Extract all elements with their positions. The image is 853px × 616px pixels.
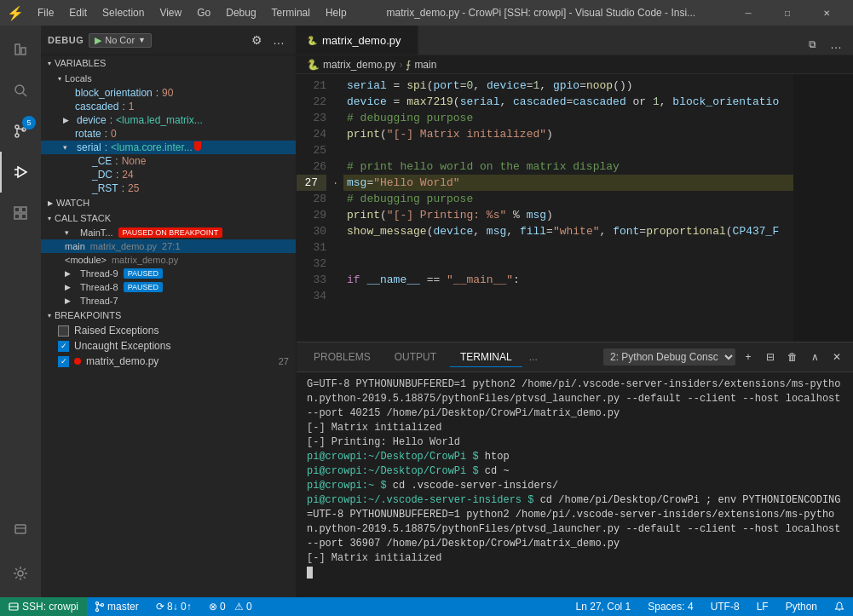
- bell-icon: [834, 602, 844, 612]
- language-status[interactable]: Python: [777, 597, 826, 616]
- sync-status[interactable]: ⟳ 8↓ 0↑: [147, 597, 200, 616]
- cs-thread-8[interactable]: ▶ Thread-8 PAUSED: [41, 280, 296, 294]
- tab-output[interactable]: OUTPUT: [384, 348, 447, 366]
- menu-edit[interactable]: Edit: [62, 5, 94, 20]
- menu-help[interactable]: Help: [319, 5, 354, 20]
- cs-main-thread[interactable]: ▾ MainT... PAUSED ON BREAKPOINT: [41, 226, 296, 239]
- activity-explorer[interactable]: [0, 29, 41, 70]
- variables-section: ▾ VARIABLES ▾ Locals block_orientation :…: [41, 55, 296, 195]
- new-terminal-btn[interactable]: +: [739, 348, 758, 366]
- watch-header[interactable]: ▶ WATCH: [41, 195, 296, 210]
- split-terminal-btn[interactable]: ⊟: [761, 348, 780, 366]
- bp-matrix-demo[interactable]: matrix_demo.py 27: [41, 354, 296, 369]
- sidebar: DEBUG ▶ No Cor ▼ ⚙ … ▾ VARIABLES ▾ Local…: [41, 26, 297, 597]
- minimize-button[interactable]: ─: [729, 0, 768, 26]
- menu-debug[interactable]: Debug: [219, 5, 262, 20]
- encoding-status[interactable]: UTF-8: [702, 597, 748, 616]
- breakpoints-section: ▾ BREAKPOINTS Raised Exceptions Uncaught…: [41, 308, 296, 369]
- tab-bar: 🐍 matrix_demo.py ⧉ …: [297, 26, 853, 55]
- var-dc[interactable]: _DC : 24: [41, 168, 296, 181]
- breadcrumb: 🐍 matrix_demo.py › ⨍ main: [297, 55, 853, 74]
- debug-session-select[interactable]: ▶ No Cor ▼: [89, 33, 152, 48]
- var-rst[interactable]: _RST : 25: [41, 181, 296, 195]
- svg-rect-15: [15, 525, 26, 533]
- svg-marker-8: [18, 167, 26, 177]
- uncaught-exceptions-checkbox[interactable]: [58, 341, 69, 352]
- app-icon: ⚡: [7, 5, 24, 21]
- terminal-session-select[interactable]: 2: Python Debug Consc: [603, 348, 735, 366]
- breakpoint-dot: [194, 141, 201, 148]
- device-expand[interactable]: ▶: [63, 116, 73, 124]
- cursor-position[interactable]: Ln 27, Col 1: [568, 597, 640, 616]
- bp-raised-exceptions[interactable]: Raised Exceptions: [41, 323, 296, 338]
- activity-remote[interactable]: [0, 509, 41, 550]
- close-panel-btn[interactable]: ✕: [827, 348, 846, 366]
- svg-point-5: [15, 134, 19, 137]
- tab-more-btn[interactable]: …: [826, 34, 846, 55]
- breadcrumb-file[interactable]: 🐍 matrix_demo.py: [307, 59, 395, 71]
- var-ce[interactable]: _CE : None: [41, 154, 296, 168]
- close-button[interactable]: ✕: [807, 0, 846, 26]
- kill-terminal-btn[interactable]: 🗑: [783, 348, 802, 366]
- activity-source-control[interactable]: 5: [0, 111, 41, 152]
- tab-matrix-demo[interactable]: 🐍 matrix_demo.py: [297, 26, 418, 55]
- indentation[interactable]: Spaces: 4: [639, 597, 701, 616]
- var-rotate[interactable]: rotate : 0: [41, 127, 296, 141]
- raised-exceptions-checkbox[interactable]: [58, 325, 69, 337]
- code-line-32: [343, 256, 793, 272]
- locals-header[interactable]: ▾ Locals: [41, 71, 296, 86]
- panel-actions: 2: Python Debug Consc + ⊟ 🗑 ∧ ✕: [603, 348, 846, 366]
- debug-settings-btn[interactable]: ⚙: [246, 30, 267, 50]
- menu-go[interactable]: Go: [190, 5, 217, 20]
- menu-selection[interactable]: Selection: [95, 5, 151, 20]
- thread8-paused-badge: PAUSED: [124, 282, 163, 292]
- tab-terminal[interactable]: TERMINAL: [450, 348, 522, 367]
- activity-extensions[interactable]: [0, 193, 41, 233]
- terminal-line-8: [-] Matrix initialized: [307, 551, 843, 566]
- tab-split-btn[interactable]: ⧉: [802, 34, 822, 55]
- cs-thread-9[interactable]: ▶ Thread-9 PAUSED: [41, 267, 296, 280]
- activity-debug[interactable]: [0, 152, 41, 193]
- svg-marker-19: [335, 179, 337, 187]
- matrix-demo-checkbox[interactable]: [58, 356, 69, 367]
- errors-status[interactable]: ⊗ 0 ⚠ 0: [200, 597, 261, 616]
- git-branch-status[interactable]: master: [87, 597, 147, 616]
- var-serial[interactable]: ▾ serial : <luma.core.inter...: [41, 141, 296, 154]
- maximize-panel-btn[interactable]: ∧: [805, 348, 824, 366]
- menu-file[interactable]: File: [31, 5, 61, 20]
- cs-thread-7[interactable]: ▶ Thread-7: [41, 294, 296, 308]
- callstack-header[interactable]: ▾ CALL STACK: [41, 210, 296, 226]
- code-editor[interactable]: 21 22 23 24 25 26 27 28 29 30 31 32 33 3…: [297, 74, 853, 342]
- code-line-22: device = max7219(serial, cascaded=cascad…: [343, 94, 793, 110]
- menu-view[interactable]: View: [153, 5, 188, 20]
- remote-status[interactable]: SSH: crowpi: [0, 597, 87, 616]
- svg-rect-14: [21, 214, 26, 219]
- breakpoints-header[interactable]: ▾ BREAKPOINTS: [41, 308, 296, 323]
- watch-section: ▶ WATCH: [41, 195, 296, 210]
- cs-main-frame[interactable]: main matrix_demo.py 27:1: [41, 239, 296, 253]
- maximize-button[interactable]: □: [768, 0, 807, 26]
- bp-uncaught-exceptions[interactable]: Uncaught Exceptions: [41, 338, 296, 354]
- activity-settings[interactable]: [0, 553, 41, 594]
- panel-tabs: PROBLEMS OUTPUT TERMINAL ... 2: Python D…: [297, 343, 853, 372]
- tab-problems[interactable]: PROBLEMS: [303, 348, 381, 366]
- code-line-21: serial = spi(port=0, device=1, gpio=noop…: [343, 78, 793, 94]
- window-title: matrix_demo.py - CrowPi [SSH: crowpi] - …: [354, 7, 729, 19]
- notifications-btn[interactable]: [826, 597, 853, 616]
- debug-more-btn[interactable]: …: [268, 30, 289, 50]
- panel-more-options[interactable]: ...: [529, 351, 538, 363]
- svg-point-2: [15, 85, 24, 94]
- cs-module-frame[interactable]: <module> matrix_demo.py: [41, 253, 296, 267]
- menu-terminal[interactable]: Terminal: [265, 5, 317, 20]
- activity-search[interactable]: [0, 70, 41, 111]
- var-cascaded[interactable]: cascaded : 1: [41, 100, 296, 113]
- terminal-content[interactable]: G=UTF-8 PYTHONUNBUFFERED=1 python2 /home…: [297, 372, 853, 597]
- variables-header[interactable]: ▾ VARIABLES: [41, 55, 296, 71]
- serial-expand[interactable]: ▾: [63, 143, 73, 152]
- breadcrumb-symbol[interactable]: ⨍ main: [406, 59, 436, 71]
- line-ending-status[interactable]: LF: [748, 597, 777, 616]
- code-line-25: [343, 142, 793, 158]
- var-block-orientation[interactable]: block_orientation : 90: [41, 86, 296, 100]
- var-device[interactable]: ▶ device : <luma.led_matrix...: [41, 113, 296, 127]
- code-lines: serial = spi(port=0, device=1, gpio=noop…: [335, 74, 793, 342]
